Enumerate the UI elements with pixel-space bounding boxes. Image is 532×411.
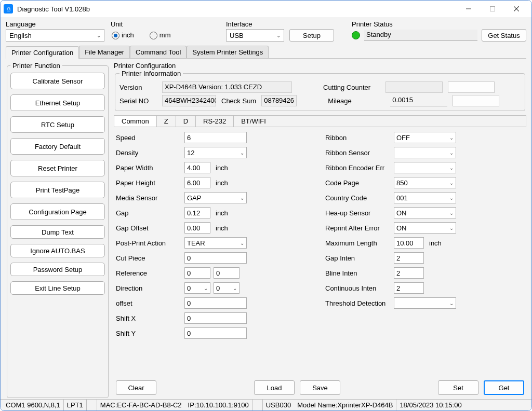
- maximize-button[interactable]: [481, 1, 504, 17]
- rtc-setup-button[interactable]: RTC Setup: [10, 116, 105, 133]
- checksum-label: Check Sum: [221, 97, 256, 105]
- shift-y-input[interactable]: [184, 327, 247, 339]
- reprint-after-error-select[interactable]: ON⌄: [394, 222, 456, 234]
- subtab-rs232[interactable]: RS-232: [196, 116, 234, 127]
- subtab-btwifi[interactable]: BT/WIFI: [234, 116, 273, 127]
- heaup-sensor-label: Hea-up Sensor: [325, 209, 394, 217]
- ethernet-setup-button[interactable]: Ethernet Setup: [10, 94, 105, 111]
- unit-label: Unit: [111, 20, 220, 28]
- post-print-action-select[interactable]: TEAR⌄: [184, 237, 247, 249]
- paper-height-input[interactable]: [184, 177, 210, 188]
- offset-input[interactable]: [184, 297, 247, 309]
- print-testpage-button[interactable]: Print TestPage: [10, 182, 105, 198]
- set-button[interactable]: Set: [438, 380, 478, 395]
- subtab-d[interactable]: D: [176, 116, 196, 127]
- language-select[interactable]: English⌄: [6, 29, 104, 42]
- close-button[interactable]: [504, 1, 528, 17]
- media-sensor-select[interactable]: GAP⌄: [184, 192, 247, 203]
- code-page-select[interactable]: 850⌄: [394, 177, 456, 188]
- bline-inten-label: Bline Inten: [325, 269, 394, 277]
- exit-line-setup-button[interactable]: Exit Line Setup: [10, 281, 105, 295]
- cutting-counter-label: Cutting Counter: [323, 84, 380, 91]
- shift-x-label: Shift X: [116, 314, 184, 322]
- tab-system-printer[interactable]: System Printer Settings: [187, 46, 269, 58]
- setup-button[interactable]: Setup: [289, 29, 334, 42]
- tab-file-manager[interactable]: File Manager: [79, 46, 130, 58]
- ribbon-sensor-select[interactable]: ⌄: [394, 147, 456, 158]
- threshold-detection-label: Threshold Detection: [325, 299, 394, 307]
- language-label: Language: [6, 20, 104, 28]
- country-code-select[interactable]: 001⌄: [394, 192, 456, 203]
- unit-inch-5: inch: [429, 239, 442, 247]
- interface-select[interactable]: USB⌄: [226, 29, 284, 42]
- configuration-page-button[interactable]: Configuration Page: [10, 203, 105, 220]
- printer-status-value: Standby: [364, 30, 477, 41]
- ribbon-encoder-err-label: Ribbon Encoder Err: [325, 164, 394, 172]
- reference-y-input[interactable]: [214, 267, 240, 279]
- paper-height-label: Paper Height: [116, 179, 184, 187]
- calibrate-sensor-button[interactable]: Calibrate Sensor: [10, 73, 105, 89]
- continuous-inten-input[interactable]: [394, 282, 424, 294]
- printer-config-legend: Printer Configuration: [114, 62, 526, 70]
- status-lpt: LPT1: [64, 400, 87, 410]
- reference-x-input[interactable]: [184, 267, 210, 279]
- bottom-buttons: Clear Load Save Set Get: [114, 377, 526, 398]
- direction-label: Direction: [116, 284, 184, 292]
- password-setup-button[interactable]: Password Setup: [10, 263, 105, 276]
- bline-inten-input[interactable]: [394, 267, 424, 279]
- minimize-button[interactable]: [457, 1, 481, 17]
- offset-label: offset: [116, 299, 184, 307]
- gap-inten-input[interactable]: [394, 252, 424, 264]
- clear-button[interactable]: Clear: [116, 380, 156, 395]
- save-button[interactable]: Save: [300, 380, 340, 395]
- speed-input[interactable]: [184, 132, 247, 143]
- mileage-label: Mileage: [328, 97, 385, 105]
- code-page-label: Code Page: [325, 179, 394, 187]
- subtab-common[interactable]: Common: [114, 116, 157, 127]
- mileage-extra: [453, 95, 499, 106]
- density-select[interactable]: 12⌄: [184, 147, 247, 158]
- unit-inch-1: inch: [216, 164, 228, 172]
- cutting-counter-value: [385, 81, 443, 93]
- shift-y-label: Shift Y: [116, 330, 184, 337]
- paper-width-input[interactable]: [184, 162, 210, 173]
- window-title: Diagnostic Tool V1.028b: [17, 5, 90, 13]
- svg-rect-1: [490, 7, 495, 11]
- status-ip: IP:10.10.100.1:9100: [185, 400, 252, 410]
- ribbon-select[interactable]: OFF⌄: [394, 132, 456, 143]
- dump-text-button[interactable]: Dump Text: [10, 225, 105, 239]
- get-button[interactable]: Get: [484, 380, 524, 395]
- get-status-button[interactable]: Get Status: [482, 29, 526, 42]
- reference-label: Reference: [116, 269, 184, 277]
- unit-inch-3: inch: [216, 209, 228, 217]
- shift-x-input[interactable]: [184, 312, 247, 324]
- direction-1-select[interactable]: 0⌄: [184, 282, 210, 294]
- cut-piece-input[interactable]: [184, 252, 247, 264]
- gap-offset-input[interactable]: [184, 222, 210, 234]
- load-button[interactable]: Load: [254, 380, 295, 395]
- gap-input[interactable]: [184, 207, 210, 218]
- unit-inch-radio[interactable]: inch: [112, 31, 134, 39]
- direction-2-select[interactable]: 0⌄: [214, 282, 240, 294]
- titlebar: ⎙ Diagnostic Tool V1.028b: [1, 1, 531, 17]
- reprint-after-error-label: Reprint After Error: [325, 224, 394, 232]
- threshold-detection-select[interactable]: ⌄: [394, 297, 456, 309]
- main-tabstrip: Printer Configuration File Manager Comma…: [6, 46, 526, 59]
- client-area: Language English⌄ Unit inch mm Interface…: [1, 17, 531, 399]
- status-usb: USB030: [263, 400, 294, 410]
- ignore-autobas-button[interactable]: Ignore AUTO.BAS: [10, 244, 105, 257]
- reset-printer-button[interactable]: Reset Printer: [10, 160, 105, 176]
- heaup-sensor-select[interactable]: ON⌄: [394, 207, 456, 218]
- max-length-input[interactable]: [394, 237, 424, 249]
- version-label: Version: [119, 84, 157, 91]
- tab-printer-config[interactable]: Printer Configuration: [6, 46, 79, 59]
- factory-default-button[interactable]: Factory Default: [10, 138, 105, 155]
- ribbon-encoder-err-select[interactable]: ⌄: [394, 162, 456, 173]
- unit-mm-radio[interactable]: mm: [150, 31, 171, 39]
- tab-command-tool[interactable]: Command Tool: [130, 46, 187, 58]
- cutting-counter-extra: [448, 81, 495, 93]
- config-area: Printer Configuration Printer Infoormati…: [114, 62, 526, 398]
- interface-label: Interface: [226, 20, 345, 28]
- subtab-z[interactable]: Z: [157, 116, 176, 127]
- ribbon-sensor-label: Ribbon Sensor: [325, 149, 394, 157]
